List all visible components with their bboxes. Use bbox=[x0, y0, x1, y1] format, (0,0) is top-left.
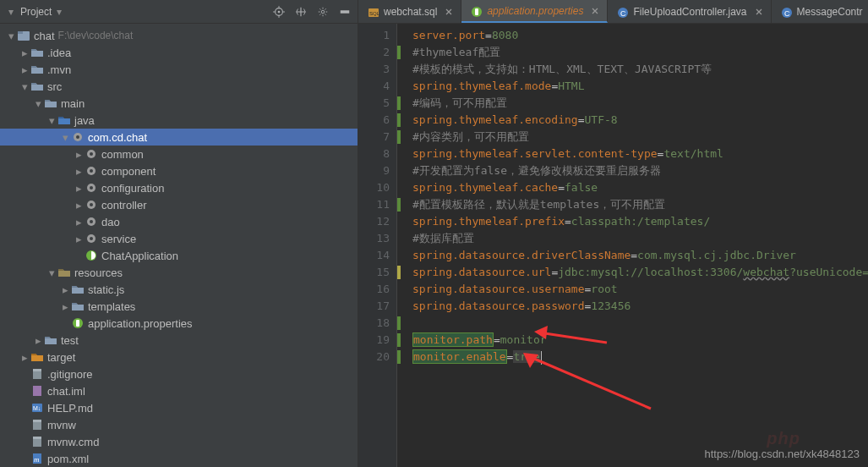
chevron-icon[interactable]: ▸ bbox=[61, 300, 69, 313]
code-line[interactable]: spring.datasource.url=jdbc:mysql://local… bbox=[412, 264, 868, 281]
tab-webchat-sql[interactable]: SQLwebchat.sql bbox=[358, 0, 461, 23]
line-number[interactable]: 2 bbox=[358, 44, 390, 61]
chevron-icon[interactable]: ▸ bbox=[74, 165, 83, 178]
chevron-icon[interactable]: ▾ bbox=[47, 266, 56, 279]
close-icon[interactable] bbox=[752, 6, 762, 18]
code-line[interactable]: spring.thymeleaf.encoding=UTF-8 bbox=[412, 112, 868, 129]
tree-item-component[interactable]: ▸component bbox=[0, 162, 358, 179]
tree-item-dao[interactable]: ▸dao bbox=[0, 213, 358, 230]
line-number[interactable]: 3 bbox=[358, 61, 390, 78]
chevron-icon[interactable]: ▾ bbox=[61, 131, 69, 144]
chevron-icon[interactable]: ▾ bbox=[34, 97, 42, 110]
line-number[interactable]: 4 bbox=[358, 78, 390, 95]
code-line[interactable]: #thymeleaf配置 bbox=[412, 44, 868, 61]
code-editor[interactable]: 1234567891011121314151617181920 server.p… bbox=[358, 24, 868, 467]
close-icon[interactable] bbox=[442, 6, 452, 18]
chevron-icon[interactable]: ▸ bbox=[61, 283, 69, 296]
code-line[interactable]: spring.thymeleaf.cache=false bbox=[412, 179, 868, 196]
panel-dropdown-icon[interactable]: ▾ bbox=[55, 6, 63, 18]
panel-arrow-icon[interactable]: ▾ bbox=[7, 6, 15, 18]
tree-item-common[interactable]: ▸common bbox=[0, 146, 358, 162]
line-number[interactable]: 10 bbox=[358, 179, 390, 196]
line-number[interactable]: 16 bbox=[358, 281, 390, 298]
chevron-icon[interactable]: ▾ bbox=[20, 80, 29, 93]
line-number[interactable]: 9 bbox=[358, 162, 390, 179]
tree-item-mvnw[interactable]: ▸mvnw bbox=[0, 416, 358, 433]
code-line[interactable]: #编码，可不用配置 bbox=[412, 95, 868, 112]
tree-item-chat[interactable]: ▾chatF:\dev\code\chat bbox=[0, 27, 358, 44]
tree-item-target[interactable]: ▸target bbox=[0, 349, 358, 365]
line-number[interactable]: 13 bbox=[358, 230, 390, 247]
tree-item-chatapplication[interactable]: ▸ChatApplication bbox=[0, 247, 358, 264]
line-number[interactable]: 11 bbox=[358, 196, 390, 213]
tree-item-src[interactable]: ▾src bbox=[0, 78, 358, 95]
tree-item-controller[interactable]: ▸controller bbox=[0, 196, 358, 213]
line-number[interactable]: 14 bbox=[358, 247, 390, 264]
line-number[interactable]: 8 bbox=[358, 146, 390, 162]
code-line[interactable]: #内容类别，可不用配置 bbox=[412, 129, 868, 146]
close-icon[interactable] bbox=[588, 5, 598, 17]
line-number[interactable]: 6 bbox=[358, 112, 390, 129]
chevron-icon[interactable]: ▾ bbox=[7, 30, 15, 42]
tab-messagecontr[interactable]: CMessageContr bbox=[772, 0, 868, 23]
chevron-icon[interactable]: ▸ bbox=[74, 233, 83, 245]
line-number[interactable]: 15 bbox=[358, 264, 390, 281]
code-line[interactable] bbox=[412, 315, 868, 332]
project-tree[interactable]: ▾chatF:\dev\code\chat▸.idea▸.mvn▾src▾mai… bbox=[0, 24, 358, 467]
code-line[interactable]: monitor.enable=true bbox=[412, 349, 868, 365]
code-line[interactable]: #配置模板路径，默认就是templates，可不用配置 bbox=[412, 196, 868, 213]
hide-icon[interactable] bbox=[339, 6, 351, 18]
code-line[interactable]: monitor.path=monitor bbox=[412, 332, 868, 349]
expand-icon[interactable] bbox=[295, 6, 307, 18]
tree-item--idea[interactable]: ▸.idea bbox=[0, 44, 358, 61]
chevron-icon[interactable]: ▸ bbox=[20, 47, 29, 59]
code-line[interactable]: spring.datasource.password=123456 bbox=[412, 298, 868, 315]
tree-item-java[interactable]: ▾java bbox=[0, 112, 358, 129]
tree-item-mvnw-cmd[interactable]: ▸mvnw.cmd bbox=[0, 433, 358, 450]
chevron-icon[interactable]: ▸ bbox=[74, 148, 83, 161]
chevron-icon[interactable]: ▸ bbox=[74, 182, 83, 195]
code-line[interactable]: spring.datasource.username=root bbox=[412, 281, 868, 298]
code-line[interactable]: #数据库配置 bbox=[412, 230, 868, 247]
line-number[interactable]: 1 bbox=[358, 27, 390, 44]
tree-item-resources[interactable]: ▾resources bbox=[0, 264, 358, 281]
code-content[interactable]: server.port=8080#thymeleaf配置#模板的模式，支持如：H… bbox=[406, 24, 868, 467]
line-number[interactable]: 18 bbox=[358, 315, 390, 332]
tree-item-templates[interactable]: ▸templates bbox=[0, 298, 358, 315]
line-number[interactable]: 12 bbox=[358, 213, 390, 230]
code-line[interactable]: #开发配置为false，避免修改模板还要重启服务器 bbox=[412, 162, 868, 179]
tree-item-static-js[interactable]: ▸static.js bbox=[0, 281, 358, 298]
tree-item-main[interactable]: ▾main bbox=[0, 95, 358, 112]
code-line[interactable]: spring.datasource.driverClassName=com.my… bbox=[412, 247, 868, 264]
tree-item-com-cd-chat[interactable]: ▾com.cd.chat bbox=[0, 129, 358, 146]
line-number[interactable]: 20 bbox=[358, 349, 390, 365]
tree-item--gitignore[interactable]: ▸.gitignore bbox=[0, 365, 358, 382]
chevron-icon[interactable]: ▸ bbox=[34, 334, 42, 347]
code-line[interactable]: server.port=8080 bbox=[412, 27, 868, 44]
tree-item-pom-xml[interactable]: ▸mpom.xml bbox=[0, 450, 358, 467]
tree-item-chat-iml[interactable]: ▸chat.iml bbox=[0, 382, 358, 399]
tree-item-application-properties[interactable]: ▸application.properties bbox=[0, 315, 358, 332]
chevron-icon[interactable]: ▸ bbox=[20, 351, 29, 364]
line-number[interactable]: 5 bbox=[358, 95, 390, 112]
code-line[interactable]: spring.thymeleaf.prefix=classpath:/templ… bbox=[412, 213, 868, 230]
line-number[interactable]: 17 bbox=[358, 298, 390, 315]
tab-fileuploadcontroller-java[interactable]: CFileUploadController.java bbox=[608, 0, 771, 23]
gear-icon[interactable] bbox=[317, 6, 329, 18]
code-line[interactable]: spring.thymeleaf.servlet.content-type=te… bbox=[412, 146, 868, 162]
line-number[interactable]: 7 bbox=[358, 129, 390, 146]
tree-item-service[interactable]: ▸service bbox=[0, 230, 358, 247]
line-number[interactable]: 19 bbox=[358, 332, 390, 349]
tab-application-properties[interactable]: application.properties bbox=[461, 0, 608, 23]
tree-item-help-md[interactable]: ▸M↓HELP.md bbox=[0, 399, 358, 416]
code-line[interactable]: #模板的模式，支持如：HTML、XML、TEXT、JAVASCRIPT等 bbox=[412, 61, 868, 78]
chevron-icon[interactable]: ▸ bbox=[20, 63, 29, 76]
chevron-icon[interactable]: ▸ bbox=[74, 199, 83, 212]
chevron-icon[interactable]: ▾ bbox=[47, 114, 56, 127]
tree-item-configuration[interactable]: ▸configuration bbox=[0, 179, 358, 196]
tree-item-test[interactable]: ▸test bbox=[0, 332, 358, 349]
code-line[interactable]: spring.thymeleaf.mode=HTML bbox=[412, 78, 868, 95]
locate-icon[interactable] bbox=[273, 6, 285, 18]
tree-item--mvn[interactable]: ▸.mvn bbox=[0, 61, 358, 78]
panel-title[interactable]: Project bbox=[20, 6, 52, 18]
